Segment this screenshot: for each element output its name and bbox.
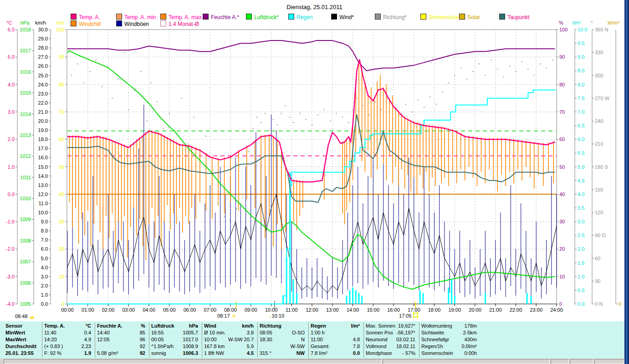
svg-text:6.5: 6.5 [578,123,584,128]
sunrise-marker: 08:17 ☀ [217,313,236,319]
svg-text:16:00: 16:00 [387,307,400,313]
legend-label: Taupunkt [507,14,530,20]
cell: % [141,323,145,329]
cell: Wind [204,323,216,329]
svg-text:05:00: 05:00 [163,307,176,313]
cell: ^1.5hPa/h [151,343,174,349]
legend-label: Windböen [124,21,149,27]
cell: sonnig [151,350,166,356]
legend-swatch-icon [459,14,465,20]
table-col-feuchte-a-: Feuchte A.%14:408512:0596925.08 g/m³92 [95,323,147,358]
cell: 4.5 [247,350,254,356]
svg-text:6.0: 6.0 [41,246,48,252]
cell: 167.8 km [204,343,225,349]
svg-text:20: 20 [59,246,64,252]
svg-text:90 O: 90 O [595,233,606,238]
legend-label: Temp. A. min [124,14,156,20]
sunset-square-icon [413,313,418,318]
svg-text:6.0: 6.0 [578,136,584,142]
svg-text:50: 50 [559,164,565,170]
cell: 178m [464,323,477,329]
legend-label: Wind* [339,14,354,20]
legend-swatch-icon [288,14,294,20]
svg-text:0: 0 [61,301,64,307]
svg-text:km/h: km/h [35,20,46,25]
svg-text:1008: 1008 [20,238,31,243]
svg-text:min: min [56,20,64,25]
svg-text:100: 100 [559,27,568,32]
table-col-astro: Max. Sonnen19,627°Sonnen Pos-56,197°Neum… [363,323,417,358]
cell: Durchschnitt [5,343,36,349]
legend-swatch-icon [246,14,252,20]
legend-swatch-icon [160,14,166,20]
svg-text:12:00: 12:00 [306,307,318,313]
svg-text:1016: 1016 [20,69,31,75]
cell: MinWert [5,329,25,336]
legend-swatch-icon [116,20,122,26]
svg-text:19.0: 19.0 [38,127,48,133]
table-col-wind: Windkm/hØ 10 min.3.810:00W-SW 20.7167.8 … [202,323,256,358]
cell: Sonnen Pos [366,329,393,336]
cell: (+ 0.83 ) [44,343,63,349]
svg-text:02:00: 02:00 [102,307,115,313]
svg-text:28.0: 28.0 [38,45,48,51]
legend-label: Sonnenschein [429,14,463,20]
cell: N [301,336,305,343]
svg-text:0: 0 [619,301,621,307]
page-title: Dienstag, 25.01.2011 [0,4,629,10]
svg-text:40: 40 [59,192,64,197]
svg-text:7.5: 7.5 [578,96,584,101]
svg-text:24.0: 24.0 [38,82,48,87]
weather-app-window: 6.05.04.03.02.01.00.0-1.0-2.0-3.0-4.0°C1… [0,0,629,364]
svg-text:90: 90 [559,54,565,60]
svg-text:15.0: 15.0 [38,164,48,170]
svg-text:0 N: 0 N [595,301,603,307]
svg-text:21:00: 21:00 [489,307,502,313]
svg-text:60: 60 [595,256,600,261]
svg-text:4.0: 4.0 [41,265,48,270]
table-row-labels: SensorMinWertMaxWertDurchschnitt25.01. 2… [4,323,40,358]
svg-text:10.0: 10.0 [578,27,587,32]
cell: 96 [140,336,145,343]
svg-text:16.0: 16.0 [38,155,48,160]
svg-text:0.0: 0.0 [8,192,15,197]
legend-swatch-icon [375,14,381,20]
cell: 2.23 [82,343,91,349]
svg-text:3.5: 3.5 [578,205,584,211]
table-col-richtung: Richtung08:05O-SO18:30NW-SW315 °NW [257,323,307,358]
svg-text:°C: °C [6,20,12,25]
sunset-label: 17:05 [399,313,412,318]
cell: 3.8 [247,329,254,336]
svg-text:11.0: 11.0 [38,201,48,206]
cell: 1005.7 [183,329,198,336]
legend-label: Feuchte A.* [211,14,239,20]
svg-text:09:00: 09:00 [245,307,257,313]
series-temp-a- [67,60,555,182]
cell: hPa [189,323,198,329]
svg-text:0: 0 [559,301,562,307]
svg-text:80: 80 [59,82,64,87]
series-feuchte [67,40,555,71]
svg-text:06:00: 06:00 [184,307,196,313]
status-panel-2 [551,359,569,364]
svg-text:180 S: 180 S [595,164,608,170]
legend-item-taupunkt: Taupunkt [499,14,530,20]
cell: 7.8 l/m² [311,350,327,356]
svg-text:1018: 1018 [20,27,31,32]
svg-text:90: 90 [59,54,64,60]
cell: 11:40 [44,329,56,336]
svg-text:6.0: 6.0 [8,27,15,32]
cell: O-SO [292,329,305,336]
legend-swatch-icon [499,14,505,20]
legend-swatch-icon [331,14,337,20]
svg-text:70: 70 [59,109,64,115]
cell: 0.0l/m² [461,343,477,349]
svg-text:100: 100 [56,27,64,32]
legend-item-feuchte-a-: Feuchte A.* [203,14,239,20]
svg-text:30: 30 [595,278,600,284]
svg-text:360 N: 360 N [595,27,608,32]
legend-item-windb-en: Windböen [116,20,149,26]
cell: 85 [140,329,145,336]
cell: 92 [140,350,145,356]
sun-icon: ☀ [231,313,237,319]
